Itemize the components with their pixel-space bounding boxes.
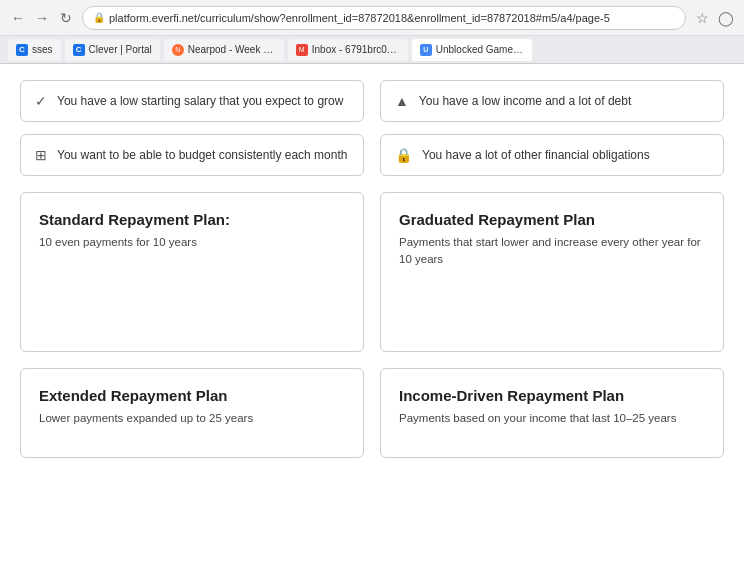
option-financial-obligations[interactable]: 🔒 You have a lot of other financial obli… [380, 134, 724, 176]
profile-button[interactable]: ◯ [716, 8, 736, 28]
tab-games[interactable]: U Unblocked Games... [412, 39, 532, 61]
option-low-income-debt-text: You have a low income and a lot of debt [419, 94, 631, 108]
option-budget-consistently[interactable]: ⊞ You want to be able to budget consiste… [20, 134, 364, 176]
tab-favicon-games: U [420, 44, 432, 56]
tab-label-clever: Clever | Portal [89, 44, 152, 55]
address-bar[interactable]: 🔒 platform.everfi.net/curriculum/show?en… [82, 6, 686, 30]
graduated-repayment-card[interactable]: Graduated Repayment Plan Payments that s… [380, 192, 724, 352]
tab-favicon-classes: C [16, 44, 28, 56]
tab-favicon-clever: C [73, 44, 85, 56]
tab-clever[interactable]: C Clever | Portal [65, 39, 160, 61]
tabs-bar: C sses C Clever | Portal N Nearpod - Wee… [0, 36, 744, 64]
standard-repayment-subtitle: 10 even payments for 10 years [39, 234, 345, 251]
option-low-salary[interactable]: ✓ You have a low starting salary that yo… [20, 80, 364, 122]
option-budget-text: You want to be able to budget consistent… [57, 148, 347, 162]
tab-label-inbox: Inbox - 6791brc03... [312, 44, 400, 55]
lock-icon: 🔒 [93, 12, 105, 23]
options-row-1: ✓ You have a low starting salary that yo… [20, 80, 724, 122]
bottom-plans-row: Extended Repayment Plan Lower payments e… [20, 368, 724, 458]
tab-inbox[interactable]: M Inbox - 6791brc03... [288, 39, 408, 61]
options-row-2: ⊞ You want to be able to budget consiste… [20, 134, 724, 176]
forward-button[interactable]: → [32, 8, 52, 28]
income-driven-subtitle: Payments based on your income that last … [399, 410, 705, 427]
tab-favicon-nearpod: N [172, 44, 184, 56]
refresh-button[interactable]: ↻ [56, 8, 76, 28]
extended-repayment-title: Extended Repayment Plan [39, 387, 345, 404]
browser-chrome: ← → ↻ 🔒 platform.everfi.net/curriculum/s… [0, 0, 744, 36]
tab-nearpod[interactable]: N Nearpod - Week 3... [164, 39, 284, 61]
back-button[interactable]: ← [8, 8, 28, 28]
url-text: platform.everfi.net/curriculum/show?enro… [109, 12, 610, 24]
extended-repayment-card[interactable]: Extended Repayment Plan Lower payments e… [20, 368, 364, 458]
standard-repayment-card[interactable]: Standard Repayment Plan: 10 even payment… [20, 192, 364, 352]
tab-classes[interactable]: C sses [8, 39, 61, 61]
extended-repayment-subtitle: Lower payments expanded up to 25 years [39, 410, 345, 427]
calendar-icon: ⊞ [35, 147, 47, 163]
option-financial-text: You have a lot of other financial obliga… [422, 148, 650, 162]
plans-grid: Standard Repayment Plan: 10 even payment… [20, 192, 724, 352]
standard-repayment-title: Standard Repayment Plan: [39, 211, 345, 228]
nav-buttons: ← → ↻ [8, 8, 76, 28]
tab-label-nearpod: Nearpod - Week 3... [188, 44, 276, 55]
main-content: ✓ You have a low starting salary that yo… [0, 64, 744, 572]
browser-actions: ☆ ◯ [692, 8, 736, 28]
income-driven-repayment-card[interactable]: Income-Driven Repayment Plan Payments ba… [380, 368, 724, 458]
checkmark-icon: ✓ [35, 93, 47, 109]
graduated-repayment-subtitle: Payments that start lower and increase e… [399, 234, 705, 269]
tab-label-games: Unblocked Games... [436, 44, 524, 55]
tab-label-classes: sses [32, 44, 53, 55]
graduated-repayment-title: Graduated Repayment Plan [399, 211, 705, 228]
tab-favicon-inbox: M [296, 44, 308, 56]
lock-icon-option: 🔒 [395, 147, 412, 163]
warning-icon: ▲ [395, 93, 409, 109]
income-driven-title: Income-Driven Repayment Plan [399, 387, 705, 404]
option-low-income-debt[interactable]: ▲ You have a low income and a lot of deb… [380, 80, 724, 122]
star-button[interactable]: ☆ [692, 8, 712, 28]
option-low-salary-text: You have a low starting salary that you … [57, 94, 343, 108]
